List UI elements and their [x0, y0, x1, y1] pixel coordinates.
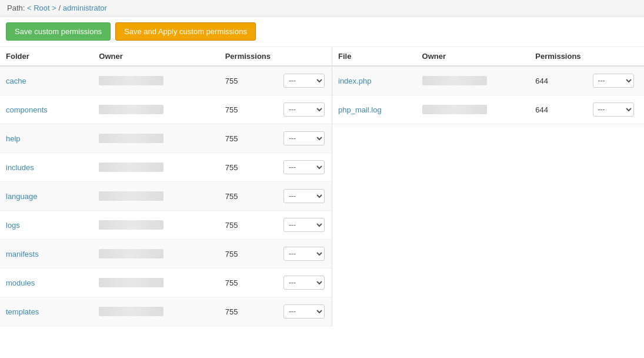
- save-button[interactable]: Save custom permissions: [6, 22, 111, 41]
- permissions-select[interactable]: ---755644777700: [283, 189, 325, 203]
- permissions-select[interactable]: ---755644777700: [283, 218, 325, 232]
- breadcrumb-current[interactable]: administrator: [63, 4, 107, 12]
- permissions-select[interactable]: ---755644777700: [283, 102, 325, 117]
- perm-number: 755: [225, 134, 243, 143]
- perm-number: 755: [225, 307, 243, 316]
- table-row: logs 755 ---755644777700: [0, 211, 332, 240]
- table-row: includes 755 ---755644777700: [0, 153, 332, 182]
- file-section: File Owner Permissions index.php 644 -: [332, 47, 644, 326]
- file-permissions-select[interactable]: ---755644777700: [593, 102, 634, 117]
- owner-placeholder: [99, 134, 163, 143]
- owner-placeholder: [99, 105, 163, 114]
- table-row: components 755 ---755644777700: [0, 95, 332, 124]
- perm-number: 755: [225, 221, 243, 230]
- file-col-header: File: [332, 47, 416, 66]
- file-perm-number: 644: [535, 105, 553, 114]
- permissions-select[interactable]: ---755644777700: [283, 131, 325, 145]
- perm-number: 755: [225, 279, 243, 287]
- owner-placeholder: [422, 105, 487, 114]
- file-link[interactable]: index.php: [338, 77, 371, 85]
- folder-link[interactable]: logs: [6, 221, 20, 230]
- toolbar: Save custom permissions Save and Apply c…: [0, 16, 644, 47]
- permissions-select[interactable]: ---755644777700: [283, 276, 325, 290]
- table-row: modules 755 ---755644777700: [0, 268, 332, 297]
- main-content: Folder Owner Permissions cache 755 ---: [0, 47, 644, 326]
- perm-number: 755: [225, 192, 243, 201]
- file-perm-col-header: Permissions: [529, 47, 586, 66]
- permissions-col-header: Permissions: [219, 47, 278, 66]
- owner-placeholder: [99, 220, 163, 230]
- folder-link[interactable]: manifests: [6, 250, 39, 258]
- file-permissions-select[interactable]: ---755644777700: [593, 74, 634, 88]
- folder-link[interactable]: modules: [6, 279, 35, 287]
- permissions-select[interactable]: ---755644777700: [283, 247, 325, 261]
- table-row: language 755 ---755644777700: [0, 182, 332, 211]
- folder-col-header: Folder: [0, 47, 93, 66]
- perm-number: 755: [225, 105, 243, 114]
- file-table: File Owner Permissions index.php 644 -: [332, 47, 644, 124]
- table-row: index.php 644 ---755644777700: [332, 66, 644, 95]
- table-row: help 755 ---755644777700: [0, 124, 332, 153]
- table-row: php_mail.log 644 ---755644777700: [332, 95, 644, 124]
- owner-placeholder: [99, 191, 163, 201]
- table-row: cache 755 ---755644777700: [0, 66, 332, 95]
- folder-table: Folder Owner Permissions cache 755 ---: [0, 47, 332, 326]
- owner-placeholder: [99, 76, 163, 85]
- owner-col-header: Owner: [93, 47, 219, 66]
- folder-link[interactable]: language: [6, 192, 38, 201]
- breadcrumb-separator: /: [58, 4, 62, 12]
- table-row: manifests 755 ---755644777700: [0, 240, 332, 268]
- folder-link[interactable]: includes: [6, 163, 34, 172]
- table-row: templates 755 ---755644777700: [0, 297, 332, 326]
- perm-number: 755: [225, 77, 243, 85]
- breadcrumb-root-link[interactable]: < Root >: [27, 4, 56, 12]
- file-perm-number: 644: [535, 77, 553, 85]
- owner-placeholder: [99, 278, 163, 287]
- permissions-select[interactable]: ---755644777700: [283, 160, 325, 174]
- breadcrumb-label: Path:: [7, 4, 25, 12]
- perm-number: 755: [225, 163, 243, 172]
- breadcrumb-bar: Path: < Root > / administrator: [0, 0, 644, 16]
- owner-placeholder: [99, 163, 163, 172]
- folder-link[interactable]: cache: [6, 77, 26, 85]
- folder-link[interactable]: templates: [6, 307, 39, 316]
- folder-link[interactable]: help: [6, 134, 21, 143]
- permissions-select[interactable]: ---755644777700: [283, 74, 325, 88]
- permissions-select[interactable]: ---755644777700: [283, 304, 325, 319]
- file-owner-col-header: Owner: [416, 47, 530, 66]
- file-perm-sel-col-header: [587, 47, 644, 66]
- folder-section: Folder Owner Permissions cache 755 ---: [0, 47, 332, 326]
- save-apply-button[interactable]: Save and Apply custom permissions: [115, 22, 256, 41]
- folder-link[interactable]: components: [6, 105, 48, 114]
- owner-placeholder: [422, 76, 487, 85]
- file-link[interactable]: php_mail.log: [338, 105, 382, 114]
- perm-number: 755: [225, 250, 243, 258]
- permissions-sel-col-header: [278, 47, 332, 66]
- owner-placeholder: [99, 307, 163, 316]
- owner-placeholder: [99, 249, 163, 258]
